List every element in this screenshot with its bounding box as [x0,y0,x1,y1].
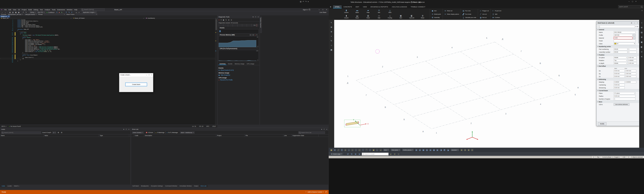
code-line[interactable]: 34 [0,61,217,63]
menu-test[interactable]: Test [39,9,44,10]
screenshot-icon[interactable]: ▣ [223,19,224,21]
navbar-type-combo[interactable]: ◆Beam_API.Beam▾ [72,17,145,19]
step-over-icon[interactable]: ↷ [68,11,70,13]
grid-tool-icon[interactable]: ▦ [330,48,333,51]
sign-in-button[interactable]: Sign in [303,9,310,10]
ribbon-cast-unit-button[interactable]: ◧Cast unit [406,14,417,19]
field-radius[interactable]: 0.00 mm [614,95,636,97]
snap-arc-icon[interactable]: ⌒ [365,148,368,152]
panel-close-icon[interactable]: × [128,129,129,130]
save-icon[interactable]: ▤ [300,1,301,2]
field-at-depth[interactable]: 0.00 mm [628,62,636,64]
editor-scrollbar[interactable] [215,19,217,125]
code-line[interactable]: 26 beam.EndPoint = new TSG.Point(6000, 0… [0,51,217,52]
panel-float-icon[interactable]: □ [324,129,324,130]
bolts-pane-icon[interactable]: ⊙ [640,50,643,53]
code-line[interactable]: 3using System.Linq; [0,22,217,23]
ribbon-line-cut-button[interactable]: ╱Line cut [480,12,489,16]
model-view-canvas[interactable]: 1122334455ДДГГВВББААXY [334,20,639,148]
zoom-combo[interactable]: 100 %▾ [1,126,6,127]
standard-filter-combo[interactable]: standard▾ [450,148,459,152]
code-line[interactable]: 19 beam.PartNumber.Prefix = "ENCB"; [0,43,217,44]
warnings-filter[interactable]: ▲0 Warnings [154,131,166,134]
snap-perpendicular-icon[interactable]: ⊥ [347,148,350,152]
ribbon-panel-button[interactable]: ▥Panel [363,14,373,19]
select-assemblies-icon[interactable]: ◧ [436,148,439,152]
char-indicator[interactable]: Ch: 10 [199,126,203,127]
navbar-project-combo[interactable]: ▣Beam_API▾ [0,17,72,19]
open-file-icon[interactable]: ▥ [12,11,14,13]
field-warping[interactable]: 0.00000 [625,81,636,83]
field-name[interactable]: ENC BEAM [614,31,636,33]
nav-back-icon[interactable]: ← [1,11,4,13]
panel-options-icon[interactable]: ▾ [321,129,322,130]
new-file-icon[interactable]: ▤ [9,11,11,13]
model-origin-combo[interactable]: ⊕Model origin▾ [330,153,343,156]
ribbon-tab-concrete[interactable]: CONCRETE [342,5,354,8]
events-track-header[interactable]: ▾Events [218,27,260,29]
select-parts-icon[interactable]: ▥ [418,148,422,152]
create-beam-button[interactable]: Create beam [125,83,147,86]
undo-icon[interactable]: ↶ [302,1,304,2]
step-into-icon[interactable]: ↧ [65,11,68,13]
ribbon-tab-view[interactable]: VIEW [361,5,368,8]
dt-tab-events[interactable]: Events [227,63,233,65]
menu-extensions[interactable]: Extensions [56,9,66,10]
grid[interactable]: 1122334455ДДГГВВББАА [347,37,579,134]
application-insights-combo[interactable]: Application Insights▾ [82,11,97,13]
column-header-value[interactable]: Value [44,134,99,137]
ribbon-item-button[interactable]: ▣Item [432,9,441,12]
menu-tools[interactable]: Tools [51,9,56,10]
ribbon-part-cut-button[interactable]: ◪Part cut [480,16,489,19]
vs-search-input[interactable]: Search (Ctrl+Q) [81,8,105,11]
model-view[interactable]: 1122334455ДДГГВВББААXY [334,20,639,148]
bottom-tab-locals[interactable]: Locals [6,185,13,187]
home-view-icon[interactable]: ⌂ [330,44,333,47]
code-line[interactable]: 8 [0,27,217,29]
properties-pane-icon[interactable]: ☼ [640,21,643,24]
code-line[interactable]: 1 reference [0,36,217,37]
section-deforming[interactable]: ▾Deforming [596,78,639,81]
field-part-numbering[interactable]: ENCB [614,48,628,50]
rebar-pane-icon[interactable]: ≋ [640,55,643,58]
ribbon-tab-edit[interactable]: EDIT [354,5,361,8]
code-line[interactable]: 0 references [0,31,217,32]
catalog-pane-icon[interactable]: ▤ [640,31,643,34]
code-line[interactable]: 18 beam.Profile.ProfileString = "250*250… [0,41,217,43]
errors-filter[interactable]: ×0 Errors [145,131,154,134]
beam-handle[interactable] [358,122,359,123]
lifecycle-events-combo[interactable]: Lifecycle Events▾ [24,13,37,15]
column-header-suppression-state[interactable]: Suppression State [292,134,318,137]
stack-frame-combo[interactable]: ▾ [76,13,98,15]
ribbon-slab-button[interactable]: ▭Slab [374,14,384,19]
close-icon[interactable]: × [636,0,636,2]
field-assembly-number[interactable]: ENCB [614,51,628,53]
ribbon-weld-button[interactable]: △Weld [385,9,395,14]
ribbon-polygon-cut-button[interactable]: ▱Polygon cut [480,9,489,12]
code-line[interactable]: 25 beam.StartPoint = new TSG.Point(0, 0,… [0,50,217,51]
ribbon-assembly-button[interactable]: ⊞Assembly [432,16,441,19]
settings-gear-icon[interactable]: ☼ [634,22,636,24]
field-class[interactable]: 20▾ [614,42,636,45]
memory-filter-1[interactable]: 1 [250,34,252,36]
redo-view-icon[interactable]: ↻ [350,153,353,156]
ribbon-pour-break-button[interactable]: ▞Pour break [462,12,476,16]
menu-analyze[interactable]: Analyze [44,9,51,10]
code-line[interactable]: 20 beam.PartNumber.StartNumber = 1; [0,44,217,45]
bottom-tab-watch-1[interactable]: Watch 1 [13,185,20,187]
clip-plane-marker[interactable] [376,49,380,53]
tab-beam-cs[interactable]: Beam.cs× [0,15,10,17]
undo-view-icon[interactable]: ↺ [346,153,350,156]
ribbon-beam-button[interactable]: ▬Beam [352,9,362,14]
bottom-tab-breakpoints[interactable]: Breakpoints [140,185,150,187]
navbar-member-combo[interactable]: ▣InsertBeam()▾ [145,17,217,19]
maximize-icon[interactable]: □ [632,0,633,2]
modify-button[interactable]: Modify [598,122,606,125]
field-assembly-number[interactable]: 1 [628,51,636,53]
memory-graph[interactable]: 200 [218,36,258,47]
code-line[interactable]: 22 beam.Position.Plane = TSM.Position.Pl… [0,46,217,47]
maximize-icon[interactable]: □ [322,9,323,10]
browse-button[interactable]: ... [633,37,636,39]
section-more[interactable]: ▾More [596,100,639,103]
code-line[interactable]: 6using TSM = Tekla.Structures.Model; [0,25,217,26]
